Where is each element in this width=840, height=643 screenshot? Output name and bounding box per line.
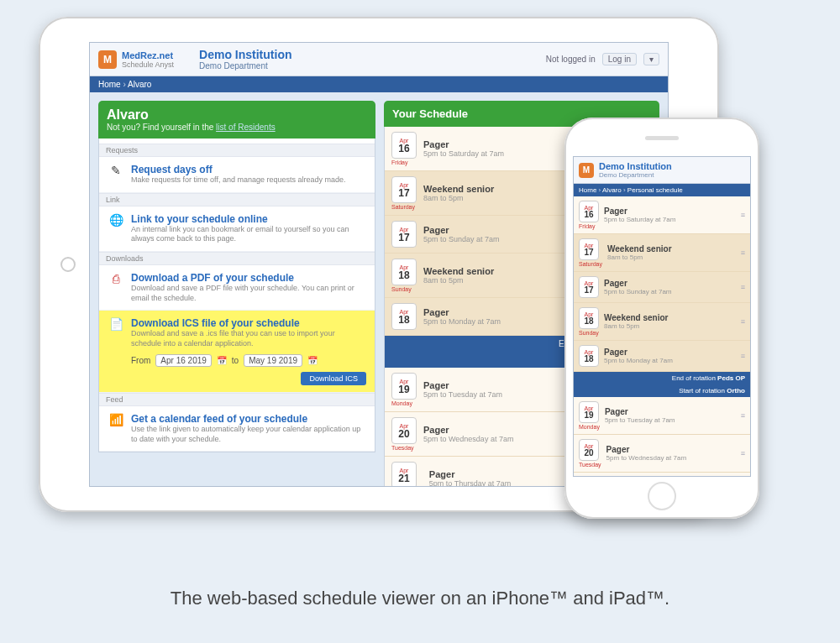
ics-icon: 📄 [108, 317, 124, 384]
phone-screen: M Demo Institution Demo Department Home … [573, 156, 751, 477]
pdf-icon: ⎙ [108, 272, 124, 303]
shift-time: 5pm to Wednesday at 7am [423, 435, 513, 443]
date-badge: Apr18 [579, 345, 599, 367]
crumb-home[interactable]: Home [579, 186, 596, 194]
shift-time: 8am to 5pm [423, 276, 494, 285]
shift-time: 5pm to Saturday at 7am [604, 216, 675, 223]
phone-rotation-end-bar: End of rotation Peds OP [574, 372, 750, 384]
schedule-item[interactable]: Apr17SaturdayWeekend senior8am to 5pm≡ [574, 234, 750, 272]
speaker-icon [645, 136, 679, 140]
day-of-week: Monday [391, 400, 417, 406]
schedule-item[interactable]: Apr18Pager5pm to Monday at 7am≡ [574, 341, 750, 372]
action-download-ics[interactable]: 📄 Download ICS file of your schedule Dow… [99, 311, 375, 392]
date-badge: Apr20 [391, 417, 417, 444]
section-downloads: Downloads [99, 252, 375, 265]
schedule-item[interactable]: Apr20TuesdayPager5pm to Wednesday at 7am… [574, 435, 750, 473]
brand-name: MedRez.net [122, 50, 174, 60]
brand-tagline: Schedule Anyst [122, 60, 174, 69]
day-of-week: Sunday [391, 286, 417, 292]
shift-time: 5pm to Sunday at 7am [423, 235, 500, 243]
shift-time: 5pm to Monday at 7am [604, 357, 673, 364]
day-of-week: Monday [579, 424, 600, 430]
shift-role: Pager [423, 425, 513, 435]
action-request-days-off[interactable]: ✎ Request days off Make requests for tim… [99, 157, 375, 193]
schedule-item[interactable]: Apr16FridayPager5pm to Saturday at 7am≡ [574, 196, 750, 234]
pdf-desc: Download and save a PDF file with your s… [131, 284, 366, 303]
item-handle-icon: ≡ [741, 211, 745, 219]
shift-time: 5pm to Thursday at 7am [429, 479, 511, 487]
rotation-end-service: Peds OP [717, 374, 745, 382]
day-of-week: Saturday [579, 261, 602, 267]
date-badge: Apr16 [579, 201, 599, 222]
action-calendar-feed[interactable]: 📶 Get a calendar feed of your schedule U… [99, 406, 375, 452]
crumb-home[interactable]: Home [98, 80, 121, 89]
shift-role: Pager [423, 307, 501, 317]
calendar-icon[interactable]: 📅 [307, 356, 318, 365]
day-of-week: Tuesday [391, 445, 417, 451]
item-handle-icon: ≡ [741, 352, 745, 360]
day-of-week: Sunday [579, 330, 599, 336]
crumb-page: Personal schedule [623, 186, 683, 194]
calendar-icon[interactable]: 📅 [217, 356, 227, 365]
shift-time: 5pm to Saturday at 7am [423, 149, 504, 158]
day-of-week: Friday [391, 159, 417, 165]
login-button[interactable]: Log in [602, 53, 637, 65]
brand-logo[interactable]: M MedRez.net Schedule Anyst [98, 50, 174, 69]
left-panel: Alvaro Not you? Find yourself in the lis… [98, 101, 375, 487]
user-header: Alvaro Not you? Find yourself in the lis… [98, 101, 375, 139]
date-badge: Apr21 [391, 462, 417, 487]
day-of-week: Saturday [391, 204, 417, 210]
rotation-start-service: Ortho [727, 387, 745, 395]
ics-to-label: to [232, 356, 239, 365]
shift-time: 5pm to Tuesday at 7am [605, 416, 675, 424]
section-link: Link [99, 193, 375, 206]
date-badge: Apr17 [579, 276, 599, 298]
rotation-start-label: Start of rotation [679, 387, 725, 395]
date-badge: Apr19 [579, 401, 599, 423]
date-badge: Apr16 [391, 132, 417, 159]
shift-time: 5pm to Sunday at 7am [604, 288, 672, 295]
rotation-end-label: End of rotation [672, 374, 716, 382]
schedule-item[interactable]: Apr21WednesdayPager5pm to Thursday at 7a… [574, 473, 750, 477]
section-requests: Requests [99, 144, 375, 157]
residents-link[interactable]: list of Residents [216, 123, 276, 132]
iphone-device: M Demo Institution Demo Department Home … [564, 118, 759, 519]
link-title: Link to your schedule online [131, 213, 366, 225]
schedule-item[interactable]: Apr19MondayPager5pm to Tuesday at 7am≡ [574, 397, 750, 435]
item-handle-icon: ≡ [741, 411, 745, 420]
date-badge: Apr17 [579, 238, 599, 260]
date-badge: Apr19 [391, 373, 417, 400]
request-desc: Make requests for time off, and manage r… [131, 175, 345, 186]
shift-role: Weekend senior [423, 184, 494, 194]
logo-icon: M [98, 50, 117, 69]
phone-topbar: M Demo Institution Demo Department [574, 157, 750, 184]
menu-chevron-icon[interactable]: ▾ [643, 53, 659, 65]
ics-from-date[interactable]: Apr 16 2019 [155, 354, 212, 367]
ics-to-date[interactable]: May 19 2019 [244, 354, 302, 367]
shift-role: Pager [423, 380, 502, 390]
phone-institution: Demo Institution [599, 161, 672, 171]
schedule-item[interactable]: Apr17Pager5pm to Sunday at 7am≡ [574, 272, 750, 303]
phone-breadcrumb: Home Alvaro Personal schedule [574, 184, 750, 196]
action-download-pdf[interactable]: ⎙ Download a PDF of your schedule Downlo… [99, 265, 375, 311]
shift-role: Pager [423, 225, 500, 235]
shift-role: Pager [604, 279, 672, 288]
user-name: Alvaro [107, 107, 367, 123]
crumb-current: Alvaro [123, 80, 151, 89]
item-handle-icon: ≡ [741, 317, 745, 326]
home-button-icon [648, 482, 676, 510]
download-ics-button[interactable]: Download ICS [301, 372, 366, 385]
link-desc: An internal link you can bookmark or ema… [131, 225, 366, 244]
action-link-schedule[interactable]: 🌐 Link to your schedule online An intern… [99, 206, 375, 252]
request-title: Request days off [131, 164, 345, 175]
shift-role: Weekend senior [607, 244, 672, 254]
date-badge: Apr18 [391, 259, 417, 285]
section-feed: Feed [99, 393, 375, 406]
schedule-item[interactable]: Apr18SundayWeekend senior8am to 5pm≡ [574, 303, 750, 341]
item-handle-icon: ≡ [741, 449, 745, 457]
date-badge: Apr20 [579, 439, 599, 461]
shift-role: Pager [604, 348, 673, 357]
crumb-user[interactable]: Alvaro [599, 186, 622, 194]
shift-time: 8am to 5pm [607, 254, 672, 261]
breadcrumb: Home Alvaro [90, 76, 668, 92]
